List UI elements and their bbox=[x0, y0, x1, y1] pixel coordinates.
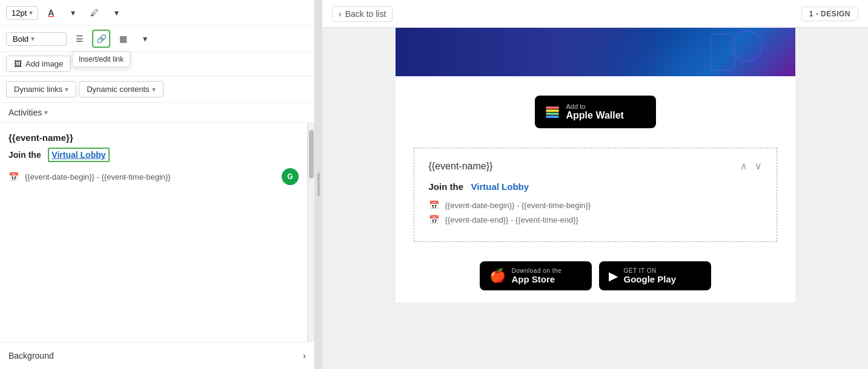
font-color-chevron-button[interactable]: ▾ bbox=[64, 4, 82, 22]
link-button[interactable]: 🔗 bbox=[92, 30, 110, 48]
right-panel: ‹ Back to list 1 - DESIGN bbox=[322, 0, 868, 369]
preview-virtual-lobby-link[interactable]: Virtual Lobby bbox=[471, 181, 529, 192]
wallet-color-stripes bbox=[546, 106, 559, 118]
chevron-down-icon-3: ▾ bbox=[143, 34, 147, 44]
font-style-select[interactable]: Bold ▾ bbox=[6, 32, 67, 46]
apple-wallet-button[interactable]: Add to Apple Wallet bbox=[535, 96, 656, 128]
right-header: ‹ Back to list 1 - DESIGN bbox=[322, 0, 868, 28]
left-panel: 12pt ▾ A ▾ 🖊 ▾ Bold ▾ ☰ 🔗 I bbox=[0, 0, 315, 369]
link-icon: 🔗 bbox=[96, 34, 107, 44]
table-icon: ▦ bbox=[119, 34, 127, 44]
panel-divider bbox=[315, 0, 322, 369]
back-to-list-button[interactable]: ‹ Back to list bbox=[332, 6, 393, 22]
chevron-down-icon-2: ▾ bbox=[114, 8, 119, 18]
google-play-text: GET IT ON Google Play bbox=[624, 267, 677, 284]
event-section: {{event-name}} ∧ ∨ Join the Virtual Lobb… bbox=[414, 148, 777, 242]
add-image-button[interactable]: 🖼 Add image bbox=[6, 56, 71, 72]
activities-chevron: ▾ bbox=[44, 108, 48, 117]
font-size-chevron: ▾ bbox=[29, 8, 33, 17]
grammarly-button[interactable]: G bbox=[282, 168, 299, 185]
section-controls: ∧ ∨ bbox=[740, 160, 762, 172]
background-arrow-icon: › bbox=[303, 351, 306, 361]
scrollbar-thumb[interactable] bbox=[309, 130, 314, 178]
highlight-chevron-button[interactable]: ▾ bbox=[107, 4, 125, 22]
event-section-header: {{event-name}} ∧ ∨ bbox=[429, 160, 762, 172]
svg-point-1 bbox=[756, 52, 774, 70]
preview-date-begin-line: 📅 {{event-date-begin}} - {{event-time-be… bbox=[429, 200, 762, 210]
table-button[interactable]: ▦ bbox=[114, 30, 132, 48]
banner-svg bbox=[396, 28, 795, 76]
apple-icon: 🍎 bbox=[489, 268, 506, 284]
wallet-text: Add to Apple Wallet bbox=[566, 103, 624, 121]
highlight-button[interactable]: 🖊 bbox=[85, 4, 104, 22]
calendar-begin-icon: 📅 bbox=[429, 200, 439, 210]
back-chevron-icon: ‹ bbox=[339, 9, 342, 19]
preview-area[interactable]: Add to Apple Wallet {{event-name}} ∧ ∨ J… bbox=[322, 28, 868, 369]
divider-handle bbox=[317, 172, 320, 197]
link-tooltip: Insert/edit link bbox=[72, 51, 130, 67]
app-store-button[interactable]: 🍎 Download on the App Store bbox=[480, 261, 592, 290]
table-chevron-button[interactable]: ▾ bbox=[136, 30, 154, 48]
add-image-row: 🖼 Add image bbox=[0, 52, 314, 76]
activities-row[interactable]: Activities ▾ bbox=[0, 103, 314, 123]
list-button[interactable]: ☰ bbox=[70, 30, 88, 48]
bold-label: Bold bbox=[13, 34, 28, 44]
apple-wallet-section: Add to Apple Wallet bbox=[396, 86, 795, 138]
dynamic-contents-chevron: ▾ bbox=[152, 85, 156, 94]
list-icon: ☰ bbox=[76, 34, 84, 44]
content-area: {{event-name}} Join the Virtual Lobby 📅 … bbox=[0, 123, 314, 342]
link-button-container: 🔗 Insert/edit link bbox=[92, 30, 110, 48]
toolbar-row-2: Bold ▾ ☰ 🔗 Insert/edit link ▦ ▾ bbox=[0, 26, 314, 52]
font-size-select[interactable]: 12pt ▾ bbox=[6, 6, 38, 20]
google-play-button[interactable]: ▶ GET IT ON Google Play bbox=[599, 261, 711, 290]
highlight-icon: 🖊 bbox=[90, 8, 99, 18]
content-scroll[interactable]: {{event-name}} Join the Virtual Lobby 📅 … bbox=[0, 123, 307, 342]
collapse-button[interactable]: ∧ bbox=[740, 160, 747, 172]
calendar-icon: 📅 bbox=[8, 172, 19, 181]
dynamic-links-chevron: ▾ bbox=[65, 85, 68, 94]
svg-rect-2 bbox=[711, 34, 735, 70]
preview-date-end-line: 📅 {{event-date-end}} - {{event-time-end}… bbox=[429, 215, 762, 224]
event-name-tag: {{event-name}} bbox=[8, 132, 299, 143]
toolbar-row-1: 12pt ▾ A ▾ 🖊 ▾ bbox=[0, 0, 314, 26]
app-store-text: Download on the App Store bbox=[512, 267, 562, 284]
app-store-row: 🍎 Download on the App Store ▶ GET IT ON … bbox=[396, 252, 795, 302]
google-play-icon: ▶ bbox=[609, 269, 618, 283]
bold-chevron: ▾ bbox=[31, 34, 35, 43]
font-color-button[interactable]: A bbox=[42, 4, 60, 22]
font-size-value: 12pt bbox=[12, 8, 27, 18]
date-row: 📅 {{event-date-begin}} - {{event-time-be… bbox=[8, 168, 299, 185]
preview-card: Add to Apple Wallet {{event-name}} ∧ ∨ J… bbox=[396, 28, 795, 302]
preview-join-line: Join the Virtual Lobby bbox=[429, 181, 762, 192]
font-color-icon: A bbox=[48, 8, 54, 18]
dynamic-links-button[interactable]: Dynamic links ▾ bbox=[6, 81, 76, 97]
virtual-lobby-link[interactable]: Virtual Lobby bbox=[48, 148, 109, 162]
chevron-down-icon: ▾ bbox=[71, 8, 75, 18]
design-badge: 1 - DESIGN bbox=[801, 7, 858, 21]
dynamic-contents-button[interactable]: Dynamic contents ▾ bbox=[79, 81, 163, 97]
scrollbar-track bbox=[307, 123, 314, 342]
image-icon: 🖼 bbox=[14, 59, 22, 68]
background-row[interactable]: Background › bbox=[0, 342, 314, 369]
preview-banner bbox=[396, 28, 795, 76]
dynamic-row: Dynamic links ▾ Dynamic contents ▾ bbox=[0, 76, 314, 103]
join-text: Join the Virtual Lobby bbox=[8, 150, 299, 160]
expand-button[interactable]: ∨ bbox=[755, 160, 762, 172]
calendar-end-icon: 📅 bbox=[429, 215, 439, 224]
